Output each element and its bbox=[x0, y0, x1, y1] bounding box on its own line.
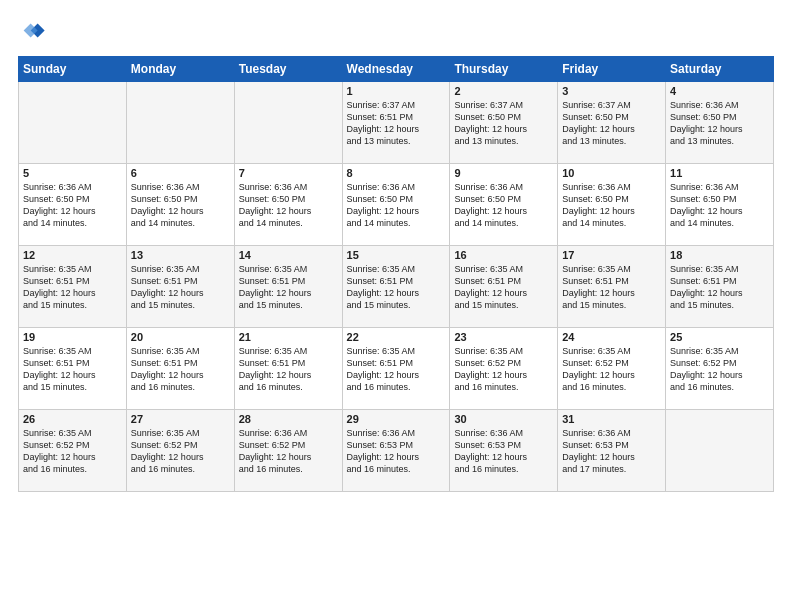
day-cell: 18Sunrise: 6:35 AM Sunset: 6:51 PM Dayli… bbox=[666, 246, 774, 328]
weekday-header-thursday: Thursday bbox=[450, 57, 558, 82]
day-number: 9 bbox=[454, 167, 553, 179]
day-info: Sunrise: 6:35 AM Sunset: 6:51 PM Dayligh… bbox=[454, 263, 553, 312]
day-cell: 10Sunrise: 6:36 AM Sunset: 6:50 PM Dayli… bbox=[558, 164, 666, 246]
day-info: Sunrise: 6:36 AM Sunset: 6:50 PM Dayligh… bbox=[131, 181, 230, 230]
day-number: 18 bbox=[670, 249, 769, 261]
day-info: Sunrise: 6:37 AM Sunset: 6:50 PM Dayligh… bbox=[454, 99, 553, 148]
day-number: 1 bbox=[347, 85, 446, 97]
week-row-2: 5Sunrise: 6:36 AM Sunset: 6:50 PM Daylig… bbox=[19, 164, 774, 246]
day-info: Sunrise: 6:36 AM Sunset: 6:53 PM Dayligh… bbox=[454, 427, 553, 476]
day-number: 3 bbox=[562, 85, 661, 97]
day-cell: 31Sunrise: 6:36 AM Sunset: 6:53 PM Dayli… bbox=[558, 410, 666, 492]
day-info: Sunrise: 6:36 AM Sunset: 6:53 PM Dayligh… bbox=[562, 427, 661, 476]
day-cell: 22Sunrise: 6:35 AM Sunset: 6:51 PM Dayli… bbox=[342, 328, 450, 410]
day-cell: 26Sunrise: 6:35 AM Sunset: 6:52 PM Dayli… bbox=[19, 410, 127, 492]
day-cell bbox=[666, 410, 774, 492]
day-cell: 3Sunrise: 6:37 AM Sunset: 6:50 PM Daylig… bbox=[558, 82, 666, 164]
day-cell: 23Sunrise: 6:35 AM Sunset: 6:52 PM Dayli… bbox=[450, 328, 558, 410]
day-cell: 11Sunrise: 6:36 AM Sunset: 6:50 PM Dayli… bbox=[666, 164, 774, 246]
day-info: Sunrise: 6:36 AM Sunset: 6:50 PM Dayligh… bbox=[670, 181, 769, 230]
day-info: Sunrise: 6:37 AM Sunset: 6:51 PM Dayligh… bbox=[347, 99, 446, 148]
day-number: 7 bbox=[239, 167, 338, 179]
weekday-header-monday: Monday bbox=[126, 57, 234, 82]
day-cell: 16Sunrise: 6:35 AM Sunset: 6:51 PM Dayli… bbox=[450, 246, 558, 328]
page: SundayMondayTuesdayWednesdayThursdayFrid… bbox=[0, 0, 792, 612]
day-cell: 2Sunrise: 6:37 AM Sunset: 6:50 PM Daylig… bbox=[450, 82, 558, 164]
day-info: Sunrise: 6:35 AM Sunset: 6:52 PM Dayligh… bbox=[670, 345, 769, 394]
day-cell: 5Sunrise: 6:36 AM Sunset: 6:50 PM Daylig… bbox=[19, 164, 127, 246]
day-number: 16 bbox=[454, 249, 553, 261]
day-info: Sunrise: 6:35 AM Sunset: 6:51 PM Dayligh… bbox=[347, 345, 446, 394]
day-number: 31 bbox=[562, 413, 661, 425]
day-info: Sunrise: 6:35 AM Sunset: 6:51 PM Dayligh… bbox=[239, 345, 338, 394]
day-cell: 29Sunrise: 6:36 AM Sunset: 6:53 PM Dayli… bbox=[342, 410, 450, 492]
weekday-header-friday: Friday bbox=[558, 57, 666, 82]
day-cell: 7Sunrise: 6:36 AM Sunset: 6:50 PM Daylig… bbox=[234, 164, 342, 246]
day-info: Sunrise: 6:35 AM Sunset: 6:52 PM Dayligh… bbox=[23, 427, 122, 476]
day-number: 5 bbox=[23, 167, 122, 179]
day-cell: 12Sunrise: 6:35 AM Sunset: 6:51 PM Dayli… bbox=[19, 246, 127, 328]
day-cell: 28Sunrise: 6:36 AM Sunset: 6:52 PM Dayli… bbox=[234, 410, 342, 492]
day-info: Sunrise: 6:36 AM Sunset: 6:50 PM Dayligh… bbox=[562, 181, 661, 230]
day-cell: 27Sunrise: 6:35 AM Sunset: 6:52 PM Dayli… bbox=[126, 410, 234, 492]
day-cell: 20Sunrise: 6:35 AM Sunset: 6:51 PM Dayli… bbox=[126, 328, 234, 410]
day-info: Sunrise: 6:35 AM Sunset: 6:51 PM Dayligh… bbox=[23, 345, 122, 394]
day-cell: 25Sunrise: 6:35 AM Sunset: 6:52 PM Dayli… bbox=[666, 328, 774, 410]
day-cell: 9Sunrise: 6:36 AM Sunset: 6:50 PM Daylig… bbox=[450, 164, 558, 246]
day-info: Sunrise: 6:35 AM Sunset: 6:51 PM Dayligh… bbox=[131, 345, 230, 394]
weekday-header-wednesday: Wednesday bbox=[342, 57, 450, 82]
day-info: Sunrise: 6:35 AM Sunset: 6:51 PM Dayligh… bbox=[131, 263, 230, 312]
day-cell bbox=[126, 82, 234, 164]
week-row-5: 26Sunrise: 6:35 AM Sunset: 6:52 PM Dayli… bbox=[19, 410, 774, 492]
week-row-4: 19Sunrise: 6:35 AM Sunset: 6:51 PM Dayli… bbox=[19, 328, 774, 410]
weekday-header-row: SundayMondayTuesdayWednesdayThursdayFrid… bbox=[19, 57, 774, 82]
day-number: 26 bbox=[23, 413, 122, 425]
day-number: 27 bbox=[131, 413, 230, 425]
day-number: 6 bbox=[131, 167, 230, 179]
day-cell: 4Sunrise: 6:36 AM Sunset: 6:50 PM Daylig… bbox=[666, 82, 774, 164]
day-cell: 15Sunrise: 6:35 AM Sunset: 6:51 PM Dayli… bbox=[342, 246, 450, 328]
day-info: Sunrise: 6:35 AM Sunset: 6:51 PM Dayligh… bbox=[562, 263, 661, 312]
day-info: Sunrise: 6:37 AM Sunset: 6:50 PM Dayligh… bbox=[562, 99, 661, 148]
day-cell: 8Sunrise: 6:36 AM Sunset: 6:50 PM Daylig… bbox=[342, 164, 450, 246]
day-cell: 13Sunrise: 6:35 AM Sunset: 6:51 PM Dayli… bbox=[126, 246, 234, 328]
day-cell bbox=[234, 82, 342, 164]
weekday-header-saturday: Saturday bbox=[666, 57, 774, 82]
day-info: Sunrise: 6:35 AM Sunset: 6:52 PM Dayligh… bbox=[562, 345, 661, 394]
day-info: Sunrise: 6:35 AM Sunset: 6:51 PM Dayligh… bbox=[347, 263, 446, 312]
day-info: Sunrise: 6:36 AM Sunset: 6:50 PM Dayligh… bbox=[23, 181, 122, 230]
week-row-1: 1Sunrise: 6:37 AM Sunset: 6:51 PM Daylig… bbox=[19, 82, 774, 164]
weekday-header-tuesday: Tuesday bbox=[234, 57, 342, 82]
day-number: 30 bbox=[454, 413, 553, 425]
day-cell: 19Sunrise: 6:35 AM Sunset: 6:51 PM Dayli… bbox=[19, 328, 127, 410]
day-number: 19 bbox=[23, 331, 122, 343]
day-number: 17 bbox=[562, 249, 661, 261]
calendar: SundayMondayTuesdayWednesdayThursdayFrid… bbox=[18, 56, 774, 492]
day-number: 14 bbox=[239, 249, 338, 261]
day-info: Sunrise: 6:35 AM Sunset: 6:52 PM Dayligh… bbox=[131, 427, 230, 476]
day-info: Sunrise: 6:35 AM Sunset: 6:51 PM Dayligh… bbox=[23, 263, 122, 312]
day-number: 20 bbox=[131, 331, 230, 343]
week-row-3: 12Sunrise: 6:35 AM Sunset: 6:51 PM Dayli… bbox=[19, 246, 774, 328]
day-number: 29 bbox=[347, 413, 446, 425]
day-cell: 24Sunrise: 6:35 AM Sunset: 6:52 PM Dayli… bbox=[558, 328, 666, 410]
day-info: Sunrise: 6:36 AM Sunset: 6:50 PM Dayligh… bbox=[454, 181, 553, 230]
day-cell: 17Sunrise: 6:35 AM Sunset: 6:51 PM Dayli… bbox=[558, 246, 666, 328]
day-info: Sunrise: 6:35 AM Sunset: 6:52 PM Dayligh… bbox=[454, 345, 553, 394]
day-info: Sunrise: 6:35 AM Sunset: 6:51 PM Dayligh… bbox=[670, 263, 769, 312]
day-number: 25 bbox=[670, 331, 769, 343]
day-cell: 30Sunrise: 6:36 AM Sunset: 6:53 PM Dayli… bbox=[450, 410, 558, 492]
day-cell: 14Sunrise: 6:35 AM Sunset: 6:51 PM Dayli… bbox=[234, 246, 342, 328]
day-cell bbox=[19, 82, 127, 164]
day-number: 15 bbox=[347, 249, 446, 261]
day-number: 11 bbox=[670, 167, 769, 179]
day-info: Sunrise: 6:36 AM Sunset: 6:50 PM Dayligh… bbox=[347, 181, 446, 230]
day-number: 4 bbox=[670, 85, 769, 97]
day-number: 10 bbox=[562, 167, 661, 179]
day-cell: 1Sunrise: 6:37 AM Sunset: 6:51 PM Daylig… bbox=[342, 82, 450, 164]
day-number: 13 bbox=[131, 249, 230, 261]
day-number: 2 bbox=[454, 85, 553, 97]
day-number: 28 bbox=[239, 413, 338, 425]
day-info: Sunrise: 6:36 AM Sunset: 6:50 PM Dayligh… bbox=[670, 99, 769, 148]
header bbox=[18, 18, 774, 46]
